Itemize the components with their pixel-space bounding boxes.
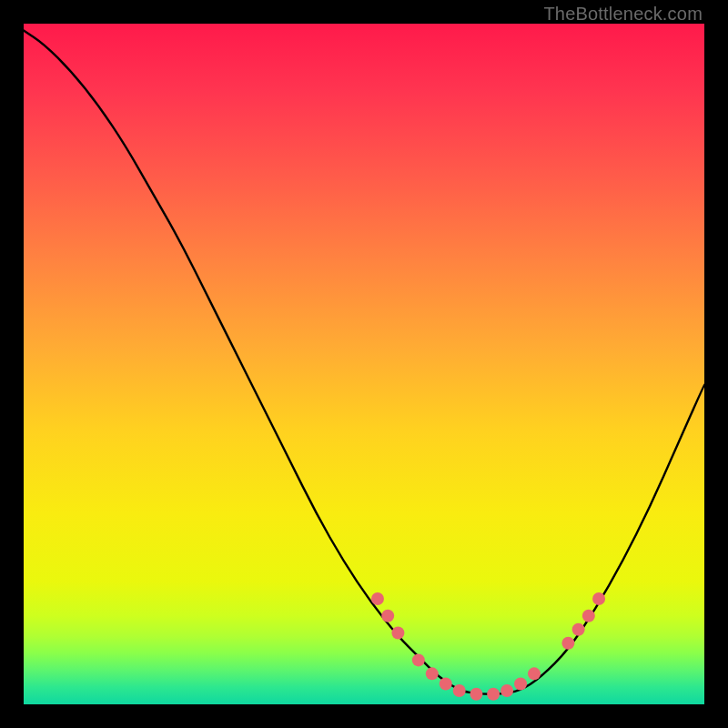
data-point xyxy=(381,610,394,622)
data-point xyxy=(440,678,452,691)
data-point xyxy=(371,592,384,605)
watermark-text: TheBottleneck.com xyxy=(543,4,703,25)
data-point xyxy=(500,684,513,697)
data-point xyxy=(487,688,500,701)
chart-svg xyxy=(24,24,704,704)
data-point xyxy=(514,678,527,691)
data-point xyxy=(412,653,425,666)
data-point xyxy=(391,626,404,639)
data-point xyxy=(470,688,482,701)
curve-dots xyxy=(371,592,605,701)
plot-area xyxy=(24,24,704,704)
data-point xyxy=(528,667,541,680)
data-point xyxy=(561,637,574,650)
data-point xyxy=(582,610,595,622)
data-point xyxy=(453,684,466,697)
outer-frame: TheBottleneck.com xyxy=(0,0,728,728)
data-point xyxy=(592,592,605,605)
data-point xyxy=(426,667,439,680)
data-point xyxy=(572,623,585,636)
